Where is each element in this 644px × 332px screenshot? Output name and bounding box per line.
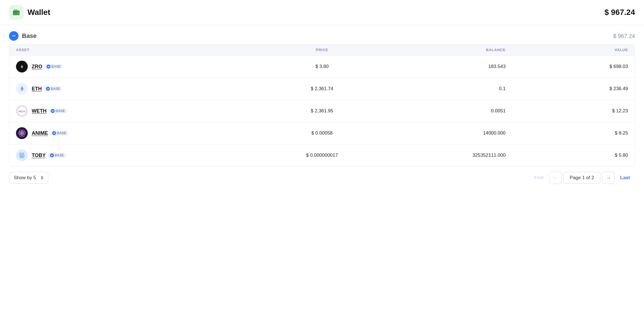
svg-point-26 (21, 155, 21, 156)
stepper-icon (41, 176, 43, 180)
asset-name-wrap-anime: ANIME ⇌ BASE (32, 130, 68, 136)
base-section: − Base $ 967.24 ASSET PRICE BALANCE VALU… (0, 25, 644, 167)
next-page-button[interactable]: → (602, 172, 615, 184)
asset-name-weth[interactable]: WETH (32, 108, 47, 114)
value-toby: $ 5.80 (506, 153, 628, 158)
balance-toby: 325352111.000 (383, 153, 505, 158)
section-value: $ 967.24 (613, 33, 635, 39)
base-network-icon-weth: ⇌ (51, 109, 55, 113)
price-eth: $ 2,361.74 (261, 86, 383, 92)
col-value: VALUE (506, 48, 628, 52)
asset-name-wrap-toby: TOBY ⇌ BASE (32, 153, 66, 158)
price-toby: $ 0.000000017 (261, 153, 383, 158)
base-badge-weth: ⇌ BASE (49, 108, 67, 113)
svg-rect-3 (17, 12, 19, 13)
price-weth: $ 2,361.95 (261, 108, 383, 114)
base-network-icon-eth: ⇌ (46, 87, 50, 91)
table-row: 0 ZRO ⇌ BASE $ 3.80 183.543 $ 698.03 (9, 56, 635, 78)
asset-name-wrap-weth: WETH ⇌ BASE (32, 108, 67, 114)
page-title: Wallet (27, 8, 50, 17)
asset-logo-toby (16, 149, 28, 161)
page-info: Page 1 of 2 (563, 172, 601, 184)
base-network-icon-toby: ⇌ (50, 153, 54, 157)
header-left: Wallet (9, 5, 50, 20)
header-total-value: $ 967.24 (604, 8, 635, 17)
wallet-icon-wrap (9, 5, 24, 20)
base-network-icon-zro: ⇌ (47, 65, 50, 69)
table-header: ASSET PRICE BALANCE VALUE (9, 44, 635, 56)
balance-eth: 0.1 (383, 86, 505, 92)
asset-cell-toby: TOBY ⇌ BASE (16, 149, 261, 161)
asset-name-zro[interactable]: ZRO (32, 64, 42, 70)
table-footer: Show by 5 First ← Page 1 of 2 → Last (0, 167, 644, 190)
prev-page-button[interactable]: ← (549, 172, 562, 184)
balance-weth: 0.0051 (383, 108, 505, 114)
balance-anime: 14000.000 (383, 130, 505, 136)
last-button[interactable]: Last (615, 172, 635, 183)
asset-logo-zro: 0 (16, 61, 28, 72)
svg-point-16 (21, 132, 23, 134)
col-price: PRICE (261, 48, 383, 52)
asset-logo-eth (16, 83, 28, 95)
collapse-icon[interactable]: − (9, 31, 19, 41)
table-row: ETH ⇌ BASE $ 2,361.74 0.1 $ 236.49 (9, 78, 635, 100)
asset-cell-weth: WETH WETH ⇌ BASE (16, 105, 261, 117)
asset-cell-anime: ANIME ⇌ BASE (16, 127, 261, 139)
value-weth: $ 12.23 (506, 108, 628, 114)
asset-table: ASSET PRICE BALANCE VALUE 0 ZRO ⇌ BASE (9, 44, 635, 167)
stepper-up-icon (41, 176, 43, 178)
asset-cell-zro: 0 ZRO ⇌ BASE (16, 61, 261, 72)
asset-name-eth[interactable]: ETH (32, 86, 42, 92)
price-zro: $ 3.80 (261, 64, 383, 69)
base-badge-eth: ⇌ BASE (44, 86, 62, 91)
base-badge-zro: ⇌ BASE (44, 64, 63, 69)
show-by-label: Show by 5 (14, 175, 36, 181)
asset-name-wrap-zro: ZRO ⇌ BASE (32, 64, 63, 70)
base-badge-toby: ⇌ BASE (48, 153, 66, 158)
base-network-icon-anime: ⇌ (52, 131, 56, 135)
section-header: − Base $ 967.24 (9, 25, 635, 44)
price-anime: $ 0.00058 (261, 130, 383, 136)
section-left: − Base (9, 31, 37, 41)
show-by-select[interactable]: Show by 5 (9, 172, 48, 184)
svg-rect-4 (14, 10, 18, 11)
svg-point-27 (22, 155, 23, 156)
page-header: Wallet $ 967.24 (0, 0, 644, 25)
col-asset: ASSET (16, 48, 261, 52)
value-zro: $ 698.03 (506, 64, 628, 69)
value-anime: $ 8.25 (506, 130, 628, 136)
stepper-down-icon (41, 178, 43, 180)
asset-logo-weth: WETH (16, 105, 28, 117)
col-balance: BALANCE (383, 48, 505, 52)
balance-zro: 183.543 (383, 64, 505, 69)
asset-cell-eth: ETH ⇌ BASE (16, 83, 261, 95)
asset-name-wrap-eth: ETH ⇌ BASE (32, 86, 62, 92)
asset-name-toby[interactable]: TOBY (32, 153, 46, 158)
table-row: TOBY ⇌ BASE $ 0.000000017 325352111.000 … (9, 144, 635, 166)
svg-text:0: 0 (21, 65, 23, 69)
wallet-icon (12, 8, 21, 17)
table-row: WETH WETH ⇌ BASE $ 2,361.95 0.0051 $ 12.… (9, 100, 635, 122)
pagination: First ← Page 1 of 2 → Last (529, 172, 635, 184)
table-row: ANIME ⇌ BASE $ 0.00058 14000.000 $ 8.25 (9, 122, 635, 144)
base-badge-anime: ⇌ BASE (50, 131, 68, 136)
svg-text:WETH: WETH (19, 110, 25, 113)
section-name: Base (22, 32, 37, 40)
asset-name-anime[interactable]: ANIME (32, 130, 48, 136)
first-button[interactable]: First (529, 172, 549, 183)
asset-logo-anime (16, 127, 28, 139)
value-eth: $ 236.49 (506, 86, 628, 92)
